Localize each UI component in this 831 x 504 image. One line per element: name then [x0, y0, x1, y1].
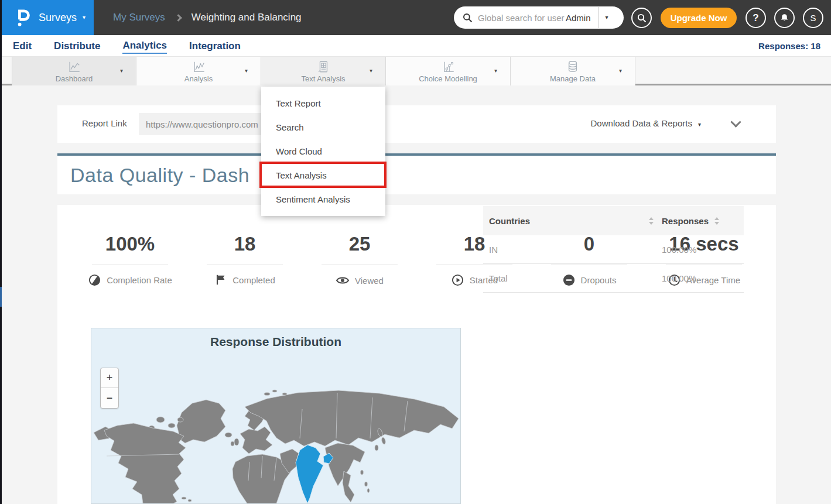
breadcrumb-parent-link[interactable]: My Surveys	[113, 12, 165, 23]
responses-cell: 100.00%	[662, 245, 738, 255]
play-circle-icon	[451, 273, 464, 287]
line-chart-icon	[191, 60, 206, 74]
indochina	[343, 471, 354, 502]
chevron-down-icon[interactable]: ▾	[494, 67, 497, 74]
iceland	[225, 433, 232, 437]
chevron-down-icon[interactable]: ▾	[245, 67, 248, 74]
responses-count: Responses: 18	[758, 41, 820, 51]
survey-nav: Edit Distribute Analytics Integration Re…	[0, 35, 831, 57]
north-america	[104, 423, 186, 503]
bell-icon	[779, 13, 789, 23]
database-icon	[566, 60, 580, 74]
page-title-panel: Data Quality - Dash	[57, 153, 776, 194]
stat-value: 100%	[73, 233, 187, 255]
upgrade-now-button[interactable]: Upgrade Now	[661, 8, 737, 28]
divider	[322, 265, 398, 265]
half-circle-icon	[88, 273, 101, 287]
column-label: Countries	[489, 216, 530, 226]
scatter-trend-icon	[441, 60, 456, 74]
notifications-button[interactable]	[774, 8, 795, 28]
menu-item-text-report[interactable]: Text Report	[261, 91, 385, 115]
top-bar: Surveys ▾ My Surveys Weighting and Balan…	[0, 0, 831, 35]
avatar-initial: S	[810, 13, 816, 23]
map-title: Response Distribution	[91, 335, 460, 349]
tab-choice-modelling[interactable]: Choice Modelling ▾	[386, 57, 511, 85]
stat-value: 25	[302, 233, 417, 255]
countries-table: Countries Responses IN 100.00% Total 100…	[483, 206, 744, 293]
chevron-down-icon[interactable]: ▾	[619, 67, 622, 74]
global-search: Admin ▾	[454, 6, 624, 29]
search-icon	[462, 12, 473, 23]
table-header-row: Countries Responses	[483, 206, 744, 235]
stat-completion-rate: 100% Completion Rate	[73, 233, 187, 287]
sort-icon[interactable]	[649, 217, 654, 225]
tab-text-analysis[interactable]: Text Analysis ▾	[261, 57, 386, 85]
chevron-down-icon: ▾	[698, 121, 701, 128]
nav-item-edit[interactable]: Edit	[13, 38, 32, 53]
tab-label: Manage Data	[550, 74, 596, 83]
chevron-down-icon[interactable]: ▾	[120, 67, 123, 74]
menu-item-text-analysis[interactable]: Text Analysis	[261, 163, 385, 187]
report-link-bar: Report Link Download Data & Reports▾	[57, 105, 776, 143]
document-grid-icon	[316, 60, 330, 74]
breadcrumb-current: Weighting and Balancing	[191, 12, 302, 23]
tab-dashboard[interactable]: Dashboard ▾	[12, 57, 136, 85]
response-distribution-map: Response Distribution + −	[91, 328, 461, 504]
india-region	[296, 445, 323, 503]
question-mark-icon: ?	[753, 12, 758, 24]
tab-label: Choice Modelling	[419, 74, 477, 83]
europe	[240, 427, 272, 454]
flag-icon	[214, 273, 227, 286]
column-header-responses[interactable]: Responses	[662, 216, 738, 226]
analytics-toolbar: Dashboard ▾ Analysis ▾ Text Analysis ▾ C…	[0, 57, 831, 85]
chevron-down-icon[interactable]: ▾	[370, 67, 372, 74]
download-label: Download Data & Reports	[591, 118, 692, 128]
help-button[interactable]: ?	[745, 8, 766, 28]
country-cell: Total	[489, 273, 662, 283]
column-label: Responses	[662, 216, 709, 226]
great-britain	[234, 438, 239, 445]
stat-label: Viewed	[355, 276, 384, 286]
column-header-countries[interactable]: Countries	[489, 216, 662, 226]
report-link-label: Report Link	[82, 118, 127, 128]
tab-analysis[interactable]: Analysis ▾	[136, 57, 261, 85]
search-button[interactable]	[631, 8, 652, 28]
search-scope-selector[interactable]: Admin	[566, 13, 591, 23]
product-menu[interactable]: Surveys ▾	[0, 0, 94, 35]
sort-icon[interactable]	[714, 217, 719, 225]
download-data-reports-dropdown[interactable]: Download Data & Reports▾	[591, 118, 701, 128]
table-row: Total 100.00%	[483, 264, 744, 293]
search-input[interactable]	[478, 13, 565, 23]
dashboard-panel: 100% Completion Rate 18 Completed 25 Vie…	[57, 205, 776, 504]
menu-item-search[interactable]: Search	[261, 115, 385, 139]
screen-edge-strip	[0, 0, 2, 504]
eye-icon	[336, 273, 350, 287]
page-title: Data Quality - Dash	[70, 164, 249, 187]
nav-item-distribute[interactable]: Distribute	[54, 38, 100, 53]
divider	[92, 265, 168, 265]
search-scope-caret-icon[interactable]: ▾	[599, 15, 611, 20]
table-row: IN 100.00%	[483, 235, 744, 264]
stat-label: Completion Rate	[107, 275, 172, 285]
nav-item-integration[interactable]: Integration	[189, 38, 241, 53]
stat-viewed: 25 Viewed	[302, 233, 417, 287]
tab-manage-data[interactable]: Manage Data ▾	[511, 57, 635, 85]
menu-item-sentiment-analysis[interactable]: Sentiment Analysis	[261, 187, 385, 211]
collapse-section-chevron-icon[interactable]	[730, 116, 741, 127]
menu-item-word-cloud[interactable]: Word Cloud	[261, 139, 385, 163]
asia	[245, 390, 459, 446]
nav-item-analytics[interactable]: Analytics	[122, 37, 167, 54]
greenland	[177, 400, 225, 443]
divider	[207, 265, 283, 265]
text-analysis-menu: Text Report Search Word Cloud Text Analy…	[261, 87, 385, 216]
chevron-down-icon: ▾	[83, 15, 86, 20]
breadcrumb: My Surveys Weighting and Balancing	[113, 0, 302, 35]
screen-edge-blue-sliver	[0, 287, 2, 307]
chevron-right-icon	[175, 14, 182, 22]
world-map[interactable]	[91, 374, 461, 503]
search-icon	[637, 13, 647, 23]
stat-value: 18	[187, 233, 302, 255]
country-cell: IN	[489, 245, 662, 255]
questionpro-logo-icon	[13, 6, 33, 29]
avatar[interactable]: S	[803, 8, 823, 28]
